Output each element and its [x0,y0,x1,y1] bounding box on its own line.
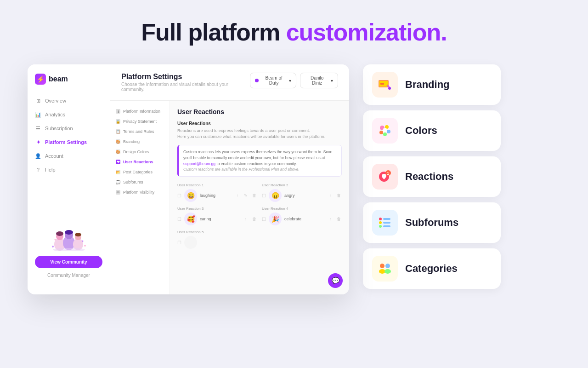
svg-point-12 [54,239,56,241]
features-panel: Branding Colors [363,64,501,289]
sidebar-bottom: View Community Community Manager [28,216,110,285]
chevron-down-icon-2: ▾ [331,78,333,83]
sidebar-item-label: Overview [45,98,66,104]
reaction-name-1: laughing [200,193,232,198]
settings-item-label: Terms and Rules [123,129,154,134]
svg-point-17 [388,87,391,90]
settings-item-categories[interactable]: 📂 Post Categories [110,167,170,177]
settings-item-subforums[interactable]: 💬 Subforums [110,177,170,187]
community-dropdown[interactable]: Beam of Duty ▾ [250,73,296,88]
chevron-down-icon: ▾ [289,78,291,83]
feature-card-reactions[interactable]: 1 Reactions [363,156,501,197]
svg-point-35 [385,264,390,268]
settings-item-reactions[interactable]: ❤ User Reactions [110,157,170,167]
settings-item-terms[interactable]: 📋 Terms and Rules [110,126,170,137]
subforums-feature-icon [372,210,398,236]
sidebar-item-account[interactable]: 👤 Account [28,149,110,163]
settings-item-platform-info[interactable]: ℹ Platform Information [110,106,170,116]
sidebar-item-subscription[interactable]: ☰ Subscription [28,121,110,135]
privacy-icon: 🔒 [116,119,120,124]
svg-rect-28 [383,218,390,220]
community-manager-label: Community Manager [35,273,102,278]
checkbox-icon-5[interactable]: ☐ [177,240,181,245]
subforums-title: Subforums [405,217,458,229]
svg-point-6 [56,231,63,236]
panel-title-area: Platform Settings Choose the information… [121,73,250,92]
trash-icon-3[interactable]: 🗑 [251,216,257,222]
settings-item-visibility[interactable]: 👁 Platform Visibility [110,187,170,197]
feature-card-categories[interactable]: Categories [363,248,501,289]
reaction-label-2: User Reaction 2 [262,183,342,187]
feature-card-subforums[interactable]: Subforums [363,202,501,243]
settings-item-privacy[interactable]: 🔒 Privacy Statement [110,116,170,126]
subforums-icon: 💬 [116,180,120,184]
upload-icon-4[interactable]: ↑ [327,216,334,222]
reaction-emoji-5 [184,236,197,249]
reaction-item-2: User Reaction 2 ☐ 😠 angry ↑ 🗑 [262,183,342,202]
reaction-label-4: User Reaction 4 [262,207,342,211]
sidebar-item-label: Account [45,153,63,159]
categories-icon: 📂 [116,170,120,174]
feature-card-colors[interactable]: Colors [363,110,501,151]
people-illustration [51,224,87,251]
svg-point-21 [383,132,387,136]
community-name: Beam of Duty [260,75,288,86]
svg-point-33 [380,264,384,268]
reactions-description: Reactions are used to express feelings t… [177,128,342,139]
reaction-row-3: ☐ 🥰 caring ↑ 🗑 [177,213,257,225]
reaction-row-4: ☐ 🎉 celebrate ↑ 🗑 [262,213,342,225]
trash-icon-4[interactable]: 🗑 [335,216,342,222]
svg-point-34 [379,269,385,274]
trash-icon-2[interactable]: 🗑 [335,192,342,199]
sidebar-item-platform-settings[interactable]: ✦ Platform Settings [28,135,110,149]
upload-icon-3[interactable]: ↑ [243,216,249,222]
svg-rect-30 [383,222,390,224]
checkbox-icon-4[interactable]: ☐ [262,217,266,222]
hero-title-purple: customization. [286,19,447,46]
reaction-row-1: ☐ 😄 laughing ↑ ✎ 🗑 [177,189,257,202]
chat-bubble-button[interactable]: 💬 [328,273,343,288]
upload-icon-1[interactable]: ↑ [234,192,241,199]
reactions-title: User Reactions [177,108,342,115]
sidebar-item-help[interactable]: ? Help [28,163,110,177]
reactions-section-title: User Reactions [177,121,342,126]
info-text2: to enable custom reactions in your commu… [216,161,297,166]
svg-point-8 [75,233,81,236]
sidebar-item-analytics[interactable]: 📊 Analytics [28,108,110,121]
trash-icon-1[interactable]: 🗑 [251,192,257,199]
upload-icon-2[interactable]: ↑ [327,192,334,199]
reaction-row-5: ☐ [177,236,257,249]
info-box: Custom reactions lets your users express… [177,145,342,177]
reaction-name-2: angry [284,193,324,198]
categories-feature-icon [372,256,398,282]
checkbox-icon-3[interactable]: ☐ [177,217,181,222]
branding-title: Branding [405,79,450,91]
terms-icon: 📋 [116,129,120,134]
colors-feature-icon [372,118,398,144]
info-link[interactable]: support@beam.gg [183,161,215,166]
checkbox-icon-2[interactable]: ☐ [262,193,266,198]
reaction-emoji-4: 🎉 [269,213,282,225]
user-dropdown[interactable]: Danilo Diniz ▾ [300,73,338,88]
reaction-name-3: caring [200,217,240,221]
layers-icon: ☰ [35,125,41,132]
edit-icon-1[interactable]: ✎ [243,192,249,199]
view-community-button[interactable]: View Community [35,256,102,268]
svg-rect-32 [383,225,390,227]
reaction-label-3: User Reaction 3 [177,207,257,211]
panel-subtitle: Choose the information and visual detail… [121,82,250,92]
reaction-name-4: celebrate [284,217,324,221]
settings-item-label: Privacy Statement [123,119,157,124]
sidebar-item-overview[interactable]: ⊞ Overview [28,94,110,108]
app-window: ⚡ beam ⊞ Overview 📊 Analytics ☰ Subscrip… [28,64,349,294]
branding-icon: 🎨 [116,139,120,144]
panel-header: Platform Settings Choose the information… [110,64,349,101]
checkbox-icon-1[interactable]: ☐ [177,193,181,198]
info-icon: ℹ [116,109,120,114]
reaction-actions-1: ↑ ✎ 🗑 [234,192,257,199]
user-name: Danilo Diniz [305,75,329,86]
settings-item-colors[interactable]: 🎨 Design Colors [110,147,170,157]
settings-item-branding[interactable]: 🎨 Branding [110,137,170,147]
feature-card-branding[interactable]: Branding [363,64,501,105]
panel-content: ℹ Platform Information 🔒 Privacy Stateme… [110,101,349,294]
